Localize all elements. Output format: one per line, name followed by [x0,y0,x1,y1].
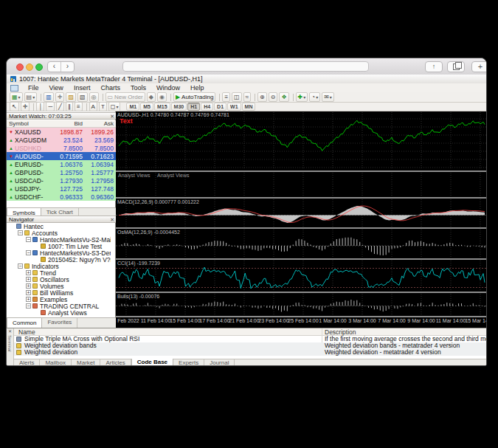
menu-help[interactable]: Help [185,83,210,92]
trendline-button[interactable]: ╱ [56,102,64,111]
menu-tools[interactable]: Tools [125,83,151,92]
profiles-button[interactable]: ▤▾ [24,92,38,102]
chart-text-object[interactable]: Text [120,117,133,125]
expand-icon[interactable]: + [26,270,31,275]
indicators-button[interactable]: ✚▾ [296,92,308,102]
mdi-child-icon[interactable] [10,85,18,92]
market-watch-toggle-button[interactable]: ▥ [44,92,54,102]
back-button[interactable]: ‹ [48,62,60,72]
menu-charts[interactable]: Charts [95,83,125,92]
collapse-icon[interactable]: − [26,303,31,309]
market-watch-row-xauusd[interactable]: ▼XAUUSD1898.871899.26 [7,128,116,136]
vertical-line-button[interactable]: │ [36,102,44,111]
zoom-out-button[interactable]: ⊖ [269,92,278,102]
crosshair-button[interactable]: ✛ [21,102,30,111]
share-button[interactable]: ↑ [425,61,443,72]
tab-experts[interactable]: Experts [173,359,204,366]
tab-alerts[interactable]: Alerts [14,359,40,366]
market-watch-row-usdhkd[interactable]: ▲USDHKD7.85007.8500 [7,144,116,152]
chart-candles-button[interactable]: ◫ [232,92,242,102]
tab-common[interactable]: Common [7,317,42,328]
tree-item-analyst-views[interactable]: Analyst Views [7,309,111,316]
close-window-button[interactable] [16,63,24,71]
tc-folder-icon [32,303,38,309]
market-watch-row-audusd-[interactable]: ▼AUDUSD-0.715950.71623 [7,152,116,160]
address-field[interactable] [122,61,369,72]
equidistant-channel-button[interactable]: ∥ [66,102,73,111]
minimize-window-button[interactable] [26,63,33,71]
market-watch-row-usdchf-[interactable]: ▲USDCHF-0.963330.96360 [7,193,116,201]
terminal-close-icon[interactable]: ✕ [8,328,12,334]
market-watch-row-usdcad-[interactable]: ▲USDCAD-1.279301.27958 [7,176,116,185]
tab-articles[interactable]: Articles [100,359,131,366]
terminal-toggle-button[interactable]: ▧ [77,92,88,102]
new-tab-button[interactable]: + [471,61,487,72]
options-button[interactable]: ◉ [157,92,167,102]
market-watch-row-usdjpy-[interactable]: ▲USDJPY-127.725127.748 [7,185,116,193]
data-window-button[interactable]: ✛ [55,92,65,102]
menu-file[interactable]: File [23,83,44,92]
autotrading-button[interactable]: ▶AutoTrading [173,92,215,102]
text-label-button[interactable]: T [99,102,107,111]
tree-item-hantec[interactable]: Hantec [7,223,111,230]
chart-area[interactable] [116,111,487,328]
market-watch-row-xagusdm[interactable]: ▲XAGUSDM23.52423.569 [7,136,116,144]
timeframe-h4-button[interactable]: H4 [201,103,213,111]
market-watch-row-gbpusd-[interactable]: ▲GBPUSD-1.257501.25777 [7,168,116,176]
symbol-label: GBPUSD- [15,169,52,176]
tab-favorites[interactable]: Favorites [42,318,77,328]
terminal-row[interactable]: Simple Triple MA Cross with Optional RSI… [14,336,487,342]
tree-item-indicators[interactable]: −Indicators [7,263,111,269]
market-watch-close-icon[interactable]: ✕ [110,113,114,120]
timeframe-m1-button[interactable]: M1 [126,103,139,111]
navigator-toggle-button[interactable]: ▨ [66,92,76,102]
new-order-button[interactable]: ▭New Order [106,92,145,102]
fibonacci-button[interactable]: ≡ [75,102,83,111]
new-chart-icon: ▦ [12,94,18,101]
time-tick-label: 25 Feb 14:00 [288,318,318,323]
expand-icon[interactable]: + [26,297,31,302]
timeframe-m5-button[interactable]: M5 [140,103,153,111]
zoom-in-button[interactable]: ⊕ [257,92,267,102]
navigator-close-icon[interactable]: ✕ [110,216,114,223]
timeframe-mn-button[interactable]: MN [242,103,256,111]
zoom-window-button[interactable] [35,63,43,71]
tile-windows-button[interactable]: ❖ [279,92,288,102]
timeframe-h1-button[interactable]: H1 [187,103,200,111]
time-tick-label: 15 Feb 14:00 [170,318,200,323]
menu-insert[interactable]: Insert [69,83,96,92]
collapse-icon[interactable]: − [26,237,31,242]
text-button[interactable]: A [89,102,97,111]
expand-icon[interactable]: + [26,283,31,289]
market-watch-row-eurusd-[interactable]: ▲EURUSD-1.063761.06394 [7,160,116,168]
tab-journal[interactable]: Journal [204,359,235,366]
expand-icon[interactable]: + [26,277,31,282]
menu-window[interactable]: Window [151,83,185,92]
forward-button[interactable]: › [60,62,74,72]
metaeditor-button[interactable]: ◆ [147,92,156,102]
terminal-row[interactable]: Weighted deviation bandsWeighted deviati… [14,342,487,349]
tab-mailbox[interactable]: Mailbox [40,359,72,366]
menu-view[interactable]: View [44,83,69,92]
horizontal-line-button[interactable]: ─ [46,102,55,111]
expand-icon[interactable]: + [26,290,31,295]
periods-button[interactable]: ◔▾ [309,92,320,102]
terminal-row[interactable]: Weighted deviationWeighted deviation - m… [14,349,487,356]
collapse-icon[interactable]: − [18,230,23,235]
strategy-tester-button[interactable]: ◎ [89,92,99,102]
chart-line-button[interactable]: ≈ [243,92,251,102]
show-tabs-button[interactable] [447,61,465,72]
timeframe-m30-button[interactable]: M30 [171,103,187,111]
timeframe-w1-button[interactable]: W1 [227,103,241,111]
templates-button[interactable]: ✉▾ [322,92,334,102]
tab-code-base[interactable]: Code Base [131,359,173,366]
collapse-icon[interactable]: − [18,263,23,269]
tab-market[interactable]: Market [72,359,100,366]
shapes-button[interactable]: ◻▾ [108,102,121,111]
collapse-icon[interactable]: − [26,250,31,255]
cursor-button[interactable]: ↖ [10,102,19,111]
new-chart-button[interactable]: ▦▾ [10,92,23,102]
timeframe-d1-button[interactable]: D1 [214,103,226,111]
chart-bars-button[interactable]: ≡ [222,92,230,102]
timeframe-m15-button[interactable]: M15 [154,103,170,111]
